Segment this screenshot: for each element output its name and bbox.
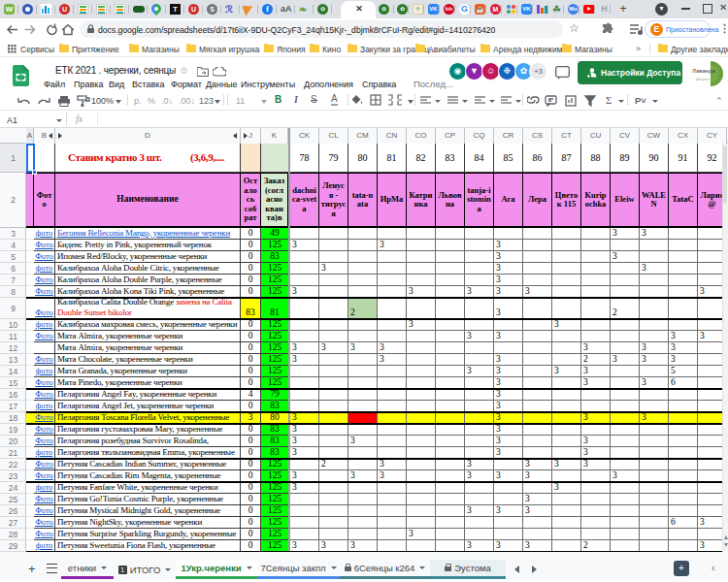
svg-text:flowers: flowers <box>696 77 711 81</box>
svg-text:Лаванда: Лаванда <box>692 68 716 74</box>
